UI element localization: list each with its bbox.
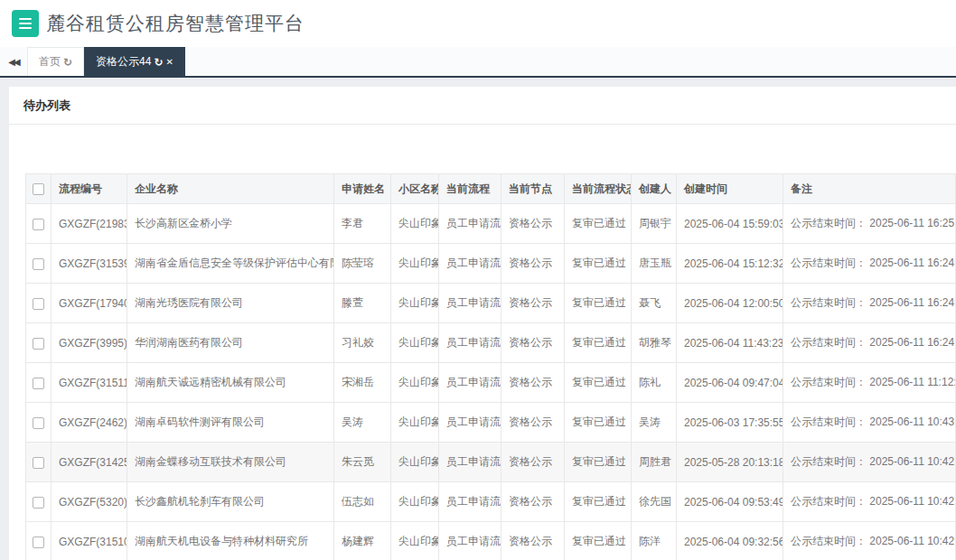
tab-bar: ◀◀ 首页 ↻ 资格公示44 ↻ ✕	[0, 47, 956, 78]
cell-creator: 周胜君	[632, 443, 677, 482]
refresh-icon[interactable]: ↻	[63, 56, 72, 69]
cell-process-status: 复审已通过	[565, 363, 632, 403]
cell-process-status: 复审已通过	[565, 443, 632, 482]
cell-community-name: 尖山印象	[391, 403, 439, 443]
cell-community-name: 尖山印象	[391, 284, 439, 323]
cell-current-node: 资格公示	[501, 363, 565, 403]
cell-current-node: 资格公示	[501, 403, 565, 443]
cell-community-name: 尖山印象	[391, 204, 439, 244]
cell-company-name: 湖南卓码软件测评有限公司	[127, 403, 334, 443]
table-row[interactable]: GXGZF(17940) 湖南光琇医院有限公司 滕萱 尖山印象 员工申请流程 资…	[26, 284, 956, 323]
column-header: 流程编号	[52, 174, 127, 204]
double-chevron-left-icon: ◀◀	[8, 57, 18, 67]
cell-remark: 公示结束时间： 2025-06-11 16:24:38	[783, 284, 956, 323]
row-checkbox[interactable]	[33, 497, 44, 509]
cell-process-status: 复审已通过	[565, 482, 632, 522]
cell-company-name: 湖南省金盾信息安全等级保护评估中心有限公司	[127, 244, 334, 284]
table-row[interactable]: GXGZF(31510) 湖南航天机电设备与特种材料研究所 杨建辉 尖山印象 员…	[26, 522, 956, 560]
cell-current-process: 员工申请流程	[439, 443, 501, 482]
cell-process-id: GXGZF(5320)	[52, 482, 127, 522]
cell-process-id: GXGZF(31425)	[52, 443, 127, 482]
cell-company-name: 湖南航天诚远精密机械有限公司	[127, 363, 334, 403]
cell-company-name: 长沙鑫航机轮刹车有限公司	[127, 482, 334, 522]
cell-company-name: 华润湖南医药有限公司	[127, 323, 334, 363]
cell-community-name: 尖山印象	[391, 363, 439, 403]
cell-applicant-name: 习礼姣	[334, 323, 391, 363]
cell-applicant-name: 李君	[334, 204, 391, 244]
refresh-icon[interactable]: ↻	[154, 56, 163, 69]
cell-process-id: GXGZF(21983)	[52, 204, 127, 244]
cell-community-name: 尖山印象	[391, 482, 439, 522]
cell-current-process: 员工申请流程	[439, 522, 501, 560]
cell-current-process: 员工申请流程	[439, 204, 501, 244]
cell-process-status: 复审已通过	[565, 522, 632, 560]
row-checkbox[interactable]	[33, 537, 44, 548]
panel-title: 待办列表	[9, 87, 956, 125]
cell-creator: 吴涛	[632, 403, 677, 443]
cell-process-status: 复审已通过	[565, 204, 632, 244]
cell-creator: 徐先国	[632, 482, 677, 522]
close-icon[interactable]: ✕	[165, 57, 173, 67]
select-all-checkbox[interactable]	[33, 183, 44, 195]
cell-process-id: GXGZF(3995)	[52, 323, 127, 363]
row-checkbox[interactable]	[33, 258, 44, 270]
column-header: 当前节点	[501, 174, 565, 204]
table-row[interactable]: GXGZF(31539) 湖南省金盾信息安全等级保护评估中心有限公司 陈莹瑢 尖…	[26, 244, 956, 284]
cell-company-name: 长沙高新区金桥小学	[127, 204, 334, 244]
cell-community-name: 尖山印象	[391, 443, 439, 482]
table-row[interactable]: GXGZF(5320) 长沙鑫航机轮刹车有限公司 伍志如 尖山印象 员工申请流程…	[26, 482, 956, 522]
cell-community-name: 尖山印象	[391, 323, 439, 363]
cell-process-id: GXGZF(31510)	[52, 522, 127, 560]
cell-remark: 公示结束时间： 2025-06-11 10:42:57	[783, 443, 956, 482]
hamburger-icon	[19, 15, 32, 32]
cell-applicant-name: 伍志如	[334, 482, 391, 522]
cell-current-process: 员工申请流程	[439, 323, 501, 363]
page-background: 待办列表 流程编号 企业名称 申请姓名 小区名称 当前流程	[0, 78, 956, 560]
column-header: 小区名称	[391, 174, 439, 204]
cell-applicant-name: 朱云觅	[334, 443, 391, 482]
cell-remark: 公示结束时间： 2025-06-11 10:43:10	[783, 403, 956, 443]
cell-current-node: 资格公示	[501, 284, 565, 323]
row-checkbox[interactable]	[33, 219, 44, 230]
app-title: 麓谷租赁公租房智慧管理平台	[46, 11, 305, 36]
tab-home[interactable]: 首页 ↻	[27, 47, 84, 76]
column-header: 当前流程	[439, 174, 501, 204]
cell-process-id: GXGZF(31511)	[52, 363, 127, 403]
cell-current-process: 员工申请流程	[439, 244, 501, 284]
cell-current-node: 资格公示	[501, 323, 565, 363]
row-checkbox[interactable]	[33, 417, 44, 429]
todo-panel: 待办列表 流程编号 企业名称 申请姓名 小区名称 当前流程	[9, 87, 956, 560]
cell-company-name: 湖南光琇医院有限公司	[127, 284, 334, 323]
cell-created-time: 2025-06-04 15:59:03	[677, 204, 783, 244]
cell-current-node: 资格公示	[501, 522, 565, 560]
cell-current-node: 资格公示	[501, 244, 565, 284]
row-checkbox[interactable]	[33, 378, 44, 389]
column-header: 创建人	[632, 174, 677, 204]
table-row[interactable]: GXGZF(31511) 湖南航天诚远精密机械有限公司 宋湘岳 尖山印象 员工申…	[26, 363, 956, 403]
table-row[interactable]: GXGZF(21983) 长沙高新区金桥小学 李君 尖山印象 员工申请流程 资格…	[26, 204, 956, 244]
row-checkbox[interactable]	[33, 457, 44, 469]
tab-label: 资格公示44	[96, 54, 151, 70]
tab-qualification-publicity[interactable]: 资格公示44 ↻ ✕	[84, 47, 185, 76]
cell-current-node: 资格公示	[501, 204, 565, 244]
cell-process-id: GXGZF(17940)	[52, 284, 127, 323]
cell-created-time: 2025-06-04 12:00:50	[677, 284, 783, 323]
cell-applicant-name: 宋湘岳	[334, 363, 391, 403]
menu-toggle-button[interactable]	[12, 10, 39, 37]
cell-creator: 陈洋	[632, 522, 677, 560]
collapse-tabs-button[interactable]: ◀◀	[0, 47, 27, 76]
cell-process-status: 复审已通过	[565, 284, 632, 323]
table-row[interactable]: GXGZF(2462) 湖南卓码软件测评有限公司 吴涛 尖山印象 员工申请流程 …	[26, 403, 956, 443]
cell-current-node: 资格公示	[501, 443, 565, 482]
cell-created-time: 2025-06-04 11:43:23	[677, 323, 783, 363]
row-checkbox[interactable]	[33, 298, 44, 310]
cell-created-time: 2025-06-04 15:12:32	[677, 244, 783, 284]
app-header: 麓谷租赁公租房智慧管理平台	[0, 0, 956, 47]
cell-community-name: 尖山印象	[391, 522, 439, 560]
column-header: 企业名称	[127, 174, 334, 204]
tab-label: 首页	[39, 54, 61, 70]
table-row[interactable]: GXGZF(31425) 湖南金蝶移动互联技术有限公司 朱云觅 尖山印象 员工申…	[26, 443, 956, 482]
row-checkbox[interactable]	[33, 338, 44, 350]
table-row[interactable]: GXGZF(3995) 华润湖南医药有限公司 习礼姣 尖山印象 员工申请流程 资…	[26, 323, 956, 363]
cell-process-id: GXGZF(31539)	[52, 244, 127, 284]
